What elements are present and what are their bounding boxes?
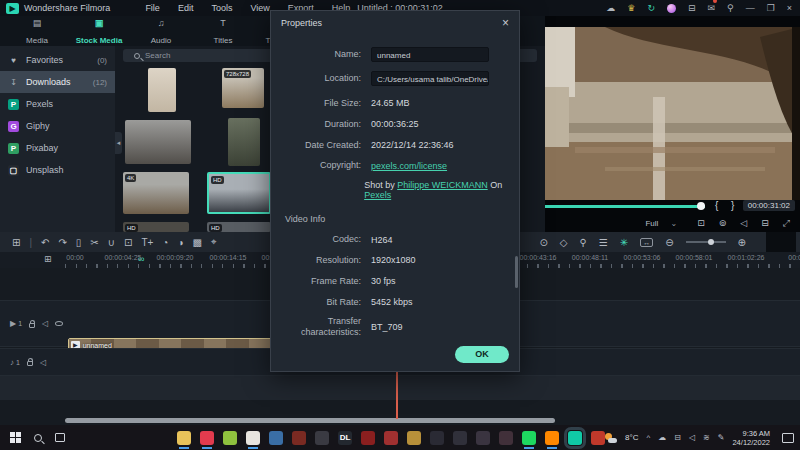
stock-thumbnail[interactable]: 4K	[123, 172, 189, 214]
sidebar-item-favorites[interactable]: ♥ Favorites (0)	[0, 49, 115, 71]
taskbar-app-game-claw[interactable]	[499, 431, 513, 445]
color-match-icon[interactable]: ◑	[177, 237, 183, 248]
task-view-icon[interactable]	[55, 433, 65, 442]
snapshot-camera-icon[interactable]: ⊚	[719, 218, 727, 228]
taskbar-clock[interactable]: 9:36 AM 24/12/2022	[732, 429, 770, 447]
sidebar-item-unsplash[interactable]: ▢ Unsplash	[0, 159, 115, 181]
crop-icon[interactable]: ⊡	[124, 237, 132, 248]
lock-icon[interactable]	[27, 361, 33, 366]
taskbar-app-game-red-2[interactable]	[361, 431, 375, 445]
zoom-out-icon[interactable]: ⊖	[665, 237, 673, 248]
stock-thumbnail[interactable]	[228, 118, 260, 166]
render-preview-icon[interactable]: ⊙	[539, 237, 547, 248]
location-input[interactable]: C:/Users/usama talib/OneDrive/Doc...	[371, 71, 489, 86]
display-icon[interactable]: ⊡	[697, 218, 705, 228]
tray-folder-icon[interactable]: ⊟	[674, 433, 681, 442]
eye-icon[interactable]	[55, 321, 63, 326]
preview-progress-bar[interactable]	[545, 205, 705, 208]
stock-thumbnail-selected[interactable]: HD	[207, 172, 271, 214]
delete-icon[interactable]: ▯	[76, 237, 82, 248]
copyright-link[interactable]: pexels.com/license	[371, 161, 447, 171]
taskbar-app-game-crown[interactable]	[476, 431, 490, 445]
collapse-panel-handle[interactable]: ◂	[115, 132, 122, 154]
redo-icon[interactable]: ↷	[58, 237, 66, 248]
add-text-icon[interactable]: T+	[141, 237, 153, 248]
taskbar-app-vlc[interactable]	[545, 431, 559, 445]
green-screen-icon[interactable]: ▩	[192, 237, 201, 248]
undo-icon[interactable]: ↶	[41, 237, 49, 248]
export-icon[interactable]: ✉	[708, 0, 716, 16]
ok-button[interactable]: OK	[455, 346, 509, 363]
media-browser-icon[interactable]: ⊞	[12, 237, 20, 248]
taskbar-app-game-gold[interactable]	[407, 431, 421, 445]
close-icon[interactable]: ×	[502, 16, 509, 30]
pen-icon[interactable]: ✎	[718, 433, 725, 442]
zoom-slider-knob[interactable]	[708, 239, 714, 245]
taskbar-app-game-dark-1[interactable]	[430, 431, 444, 445]
ai-tools-icon[interactable]: ✳	[620, 237, 628, 248]
taskbar-app-file-explorer[interactable]	[177, 431, 191, 445]
mask-icon[interactable]: ◇	[560, 237, 568, 248]
ai-assistant-icon[interactable]	[667, 4, 676, 13]
fit-timeline-icon[interactable]: ↔	[640, 238, 653, 247]
restore-icon[interactable]: ❐	[767, 0, 775, 16]
author-link[interactable]: Philippe WEICKMANN	[397, 180, 488, 190]
notification-center-icon[interactable]	[782, 433, 794, 443]
dialog-scrollbar[interactable]	[515, 256, 518, 288]
stock-thumbnail[interactable]	[125, 120, 191, 164]
mute-icon[interactable]: ◁	[40, 358, 46, 367]
taskbar-app-game-red-1[interactable]	[292, 431, 306, 445]
temperature[interactable]: 8°C	[625, 433, 638, 442]
menu-tools[interactable]: Tools	[202, 3, 241, 13]
menu-file[interactable]: File	[136, 3, 169, 13]
fullscreen-icon[interactable]: ⤢	[783, 218, 790, 229]
stock-thumbnail[interactable]	[148, 68, 176, 112]
tab-audio[interactable]: ♫ Audio	[130, 16, 192, 47]
timeline-zoom-slider[interactable]	[686, 241, 726, 243]
manage-tracks-icon[interactable]: ⊞	[44, 254, 52, 264]
tab-stock-media[interactable]: ▣ Stock Media	[68, 16, 130, 47]
taskbar-app-security[interactable]	[591, 431, 605, 445]
tray-chevron-icon[interactable]: ^	[646, 433, 650, 442]
cloud-icon[interactable]: ☁	[606, 0, 615, 16]
minimize-icon[interactable]: —	[746, 0, 755, 16]
mute-icon[interactable]: ◁	[42, 319, 48, 328]
pexels-link[interactable]: Pexels	[364, 190, 391, 200]
tab-media[interactable]: ▤ Media	[6, 16, 68, 47]
start-button[interactable]	[10, 432, 21, 443]
timeline-playhead[interactable]	[396, 372, 398, 419]
folder-icon[interactable]: ⊟	[761, 218, 769, 228]
stock-thumbnail[interactable]: HD	[207, 222, 271, 232]
tab-titles[interactable]: T Titles	[192, 16, 254, 47]
timeline-horizontal-scrollbar[interactable]	[65, 418, 555, 423]
close-icon[interactable]: ×	[787, 0, 792, 16]
motion-track-icon[interactable]: ⌖	[211, 236, 217, 248]
onedrive-cloud-icon[interactable]: ☁	[658, 433, 666, 442]
lock-icon[interactable]	[29, 323, 35, 328]
network-icon[interactable]: ≋	[703, 433, 710, 442]
tray-volume-icon[interactable]: ◁	[689, 433, 695, 442]
magnet-icon[interactable]: ∪	[108, 237, 115, 248]
taskbar-app-spotify[interactable]	[522, 431, 536, 445]
taskbar-app-powershell[interactable]	[269, 431, 283, 445]
volume-icon[interactable]: ◁	[740, 218, 747, 228]
split-scissors-icon[interactable]: ✂	[90, 237, 98, 248]
name-input[interactable]: unnamed	[371, 47, 489, 62]
stock-thumbnail[interactable]: 728x728	[222, 68, 264, 108]
record-voiceover-icon[interactable]: ⚲	[580, 237, 587, 248]
sidebar-item-pexels[interactable]: P Pexels	[0, 93, 115, 115]
mark-out-button[interactable]: }	[731, 200, 734, 211]
taskbar-app-game-red-3[interactable]	[384, 431, 398, 445]
taskbar-app-notepad-plus[interactable]	[223, 431, 237, 445]
sidebar-item-downloads[interactable]: ↧ Downloads (12)	[0, 71, 115, 93]
save-icon[interactable]: ⊟	[688, 0, 696, 16]
taskbar-app-opera[interactable]	[200, 431, 214, 445]
video-preview-frame[interactable]	[545, 27, 800, 200]
taskbar-search-icon[interactable]	[34, 434, 42, 442]
audio-mixer-icon[interactable]: ☰	[599, 237, 608, 248]
preview-zoom-dropdown[interactable]: Full ⌄	[645, 219, 677, 228]
sidebar-item-pixabay[interactable]: P Pixabay	[0, 137, 115, 159]
preview-progress-handle[interactable]	[697, 202, 705, 210]
account-icon[interactable]: ⚲	[727, 0, 734, 16]
taskbar-app-dl[interactable]: DL	[338, 431, 352, 445]
